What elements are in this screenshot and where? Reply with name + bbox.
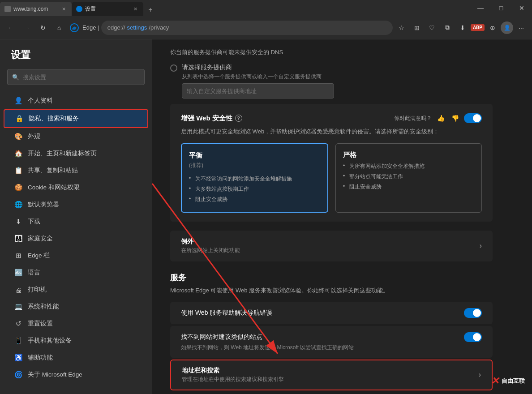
main-layout: 设置 🔍 👤 个人资料 🔒 隐私、搜索和服务 🎨 外观 🏠 开始、主页和新建标签… — [0, 39, 532, 394]
accessibility-icon: ♿ — [14, 354, 22, 362]
search-icon: 🔍 — [12, 74, 19, 81]
home-button[interactable]: ⌂ — [52, 21, 66, 35]
dns-notice: 你当前的服务提供商可能未提供安全的 DNS — [170, 48, 493, 56]
sidebar-title: 设置 — [0, 48, 152, 69]
tab-bing-close[interactable]: ✕ — [60, 5, 67, 13]
balanced-bullet-2: 阻止安全威胁 — [189, 194, 320, 205]
sidebar-item-share[interactable]: 📋 共享、复制和粘贴 — [4, 162, 148, 179]
sidebar-item-privacy[interactable]: 🔒 隐私、搜索和服务 — [4, 109, 148, 128]
radio-provider-sub: 从列表中选择一个服务提供商或输入一个自定义服务提供商 — [182, 73, 334, 81]
radio-provider-circle[interactable] — [170, 64, 177, 72]
web-security-toggle[interactable] — [464, 113, 482, 123]
security-options: 平衡 (推荐) 为不经常访问的网站添加安全全堆解措施 大多数站点按预期工作 阻止… — [181, 143, 482, 213]
sidebar-item-reset[interactable]: ↺ 重置设置 — [4, 315, 148, 332]
sidebar-item-startup[interactable]: 🏠 开始、主页和新建标签页 — [4, 145, 148, 162]
address-suffix: /privacy — [149, 24, 169, 31]
sidebar-item-browser[interactable]: 🌐 默认浏览器 — [4, 196, 148, 213]
abp-badge[interactable]: ABP — [471, 24, 485, 31]
balanced-bullet-1: 大多数站点按预期工作 — [189, 184, 320, 194]
sidebar-item-system[interactable]: 💻 系统和性能 — [4, 298, 148, 315]
tab-settings-favicon — [76, 6, 82, 12]
sidebar-item-privacy-label: 隐私、搜索和服务 — [29, 115, 79, 123]
sidebar-item-printer[interactable]: 🖨 打印机 — [4, 281, 148, 298]
tab-settings[interactable]: 设置 ✕ — [72, 2, 143, 16]
edge-word: Edge — [82, 24, 96, 31]
back-button[interactable]: ← — [4, 21, 18, 35]
exception-text: 例外 在所选网站上关闭此功能 — [181, 238, 240, 254]
sidebar-item-accessibility[interactable]: ♿ 辅助功能 — [4, 349, 148, 366]
exception-row[interactable]: 例外 在所选网站上关闭此功能 › — [170, 231, 493, 261]
radio-provider-option: 请选择服务提供商 从列表中选择一个服务提供商或输入一个自定义服务提供商 — [170, 64, 493, 98]
new-tab-button[interactable]: + — [143, 4, 158, 16]
sidebar-item-edgebar-label: Edge 栏 — [28, 252, 50, 260]
collection-button[interactable]: ⊞ — [410, 21, 424, 35]
address-highlight: settings — [127, 24, 147, 31]
split-button[interactable]: ⧉ — [440, 21, 455, 35]
sidebar-item-system-label: 系统和性能 — [28, 303, 59, 311]
fav-button[interactable]: ♡ — [425, 21, 439, 35]
more-button[interactable]: ··· — [514, 21, 528, 35]
exception-chevron-icon: › — [480, 242, 482, 250]
sidebar-item-appearance[interactable]: 🎨 外观 — [4, 128, 148, 145]
sidebar-item-language-label: 语言 — [28, 269, 40, 277]
sidebar-item-reset-label: 重置设置 — [28, 320, 53, 328]
sidebar-item-cookies[interactable]: 🍪 Cookie 和网站权限 — [4, 179, 148, 196]
web-security-desc: 启用此模式可更安全地浏览 Web，并帮助保护浏览器免受恶意软件的侵害。请选择所需… — [181, 127, 482, 136]
address-separator: | — [98, 24, 99, 31]
balanced-sub: (推荐) — [189, 162, 320, 169]
security-card-balanced[interactable]: 平衡 (推荐) 为不经常访问的网站添加安全全堆解措施 大多数站点按预期工作 阻止… — [181, 143, 328, 213]
sidebar-item-about[interactable]: 🌀 关于 Microsoft Edge — [4, 366, 148, 383]
tab-bing-favicon — [4, 6, 11, 12]
browser-icon: 🌐 — [14, 201, 22, 209]
ext-button[interactable]: ⊕ — [485, 21, 500, 35]
sidebar-item-mobile[interactable]: 📱 手机和其他设备 — [4, 332, 148, 349]
nav-error-toggle[interactable] — [464, 308, 482, 318]
address-search-row[interactable]: 地址栏和搜索 管理在地址栏中使用的搜索建议和搜索引擎 › — [170, 360, 493, 390]
balanced-title: 平衡 — [189, 151, 320, 160]
sidebar-item-edgebar[interactable]: ⊞ Edge 栏 — [4, 247, 148, 264]
star-button[interactable]: ☆ — [395, 21, 409, 35]
tab-bing[interactable]: www.bing.com ✕ — [0, 2, 72, 16]
content-inner: 你当前的服务提供商可能未提供安全的 DNS 请选择服务提供商 从列表中选择一个服… — [152, 39, 511, 394]
sidebar-item-appearance-label: 外观 — [28, 133, 40, 141]
maximize-button[interactable]: □ — [491, 0, 511, 16]
sidebar-search[interactable]: 🔍 — [7, 69, 145, 85]
service-row-nav-error: 使用 Web 服务帮助解决导航错误 — [170, 302, 493, 324]
similar-sites-toggle[interactable] — [464, 332, 482, 342]
thumb-up-button[interactable]: 👍 — [435, 113, 446, 124]
address-search-sub: 管理在地址栏中使用的搜索建议和搜索引擎 — [182, 376, 284, 383]
profile-avatar[interactable]: 👤 — [501, 21, 513, 34]
provider-input[interactable] — [182, 83, 334, 98]
sidebar-item-profile[interactable]: 👤 个人资料 — [4, 92, 148, 109]
sidebar-item-downloads[interactable]: ⬇ 下载 — [4, 213, 148, 230]
thumb-down-button[interactable]: 👎 — [450, 113, 460, 124]
address-input[interactable]: edge://settings/privacy — [101, 21, 393, 35]
refresh-button[interactable]: ↻ — [36, 21, 50, 35]
sidebar-item-accessibility-label: 辅助功能 — [28, 354, 53, 362]
tab-settings-close[interactable]: ✕ — [132, 5, 139, 13]
startup-icon: 🏠 — [14, 150, 22, 158]
web-security-section: 增强 Web 安全性 ? 你对此满意吗？ 👍 👎 启用此模式可更安全地浏览 We… — [170, 104, 493, 222]
strict-bullet-2: 阻止安全威胁 — [343, 182, 474, 192]
reset-icon: ↺ — [14, 320, 22, 328]
security-card-strict[interactable]: 严格 为所有网站添加安全全堆解措施 部分站点可能无法工作 阻止安全威胁 — [335, 143, 482, 213]
family-icon: 👨‍👩‍👧 — [14, 235, 22, 243]
title-bar: www.bing.com ✕ 设置 ✕ + — □ ✕ — [0, 0, 532, 16]
close-button[interactable]: ✕ — [511, 0, 532, 16]
download-button[interactable]: ⬇ — [455, 21, 470, 35]
language-icon: 🔤 — [14, 269, 22, 277]
web-security-info-icon[interactable]: ? — [235, 115, 242, 122]
strict-bullet-0: 为所有网站添加安全全堆解措施 — [343, 161, 474, 171]
sidebar-item-family[interactable]: 👨‍👩‍👧 家庭安全 — [4, 230, 148, 247]
similar-sites-top: 找不到网站时建议类似的站点 — [181, 332, 482, 342]
sidebar-item-profile-label: 个人资料 — [28, 97, 53, 105]
downloads-icon: ⬇ — [14, 218, 22, 226]
sidebar-item-language[interactable]: 🔤 语言 — [4, 264, 148, 281]
about-icon: 🌀 — [14, 371, 22, 379]
watermark-icon: ✕ — [491, 375, 499, 387]
tab-bing-label: www.bing.com — [13, 6, 48, 12]
minimize-button[interactable]: — — [470, 0, 491, 16]
watermark-text: 自由互联 — [502, 377, 525, 385]
forward-button[interactable]: → — [20, 21, 34, 35]
search-input[interactable] — [23, 74, 140, 81]
